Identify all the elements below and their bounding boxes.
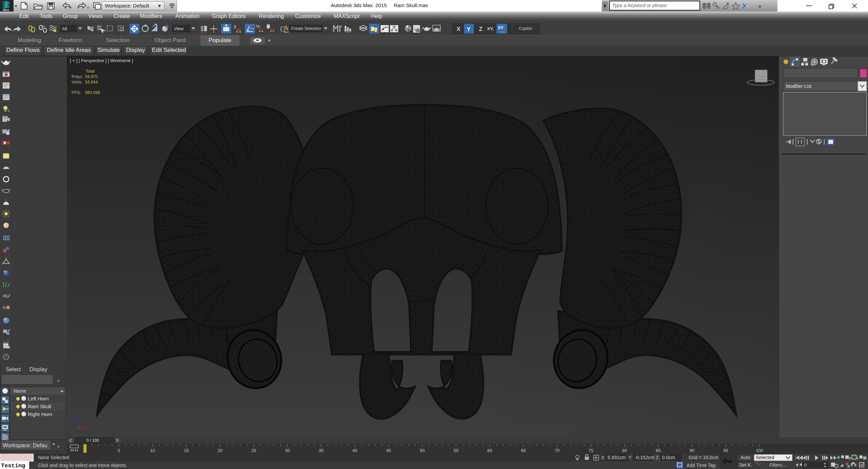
svg-text:XY: XY	[498, 25, 503, 30]
svg-text:MAX: MAX	[3, 8, 9, 12]
svg-text:»: »	[57, 377, 60, 383]
svg-text:5: 5	[118, 448, 120, 453]
svg-text:Y: Y	[467, 26, 471, 33]
svg-text:Copitor: Copitor	[519, 26, 532, 31]
svg-text:Selected: Selected	[756, 455, 774, 460]
svg-text:X:: X:	[601, 455, 605, 460]
svg-text:0: 0	[84, 448, 86, 453]
svg-text:80: 80	[622, 448, 627, 453]
svg-text:Left Horn: Left Horn	[28, 396, 49, 401]
svg-text:[ + ] [ Perspective ] [ Wirefr: [ + ] [ Perspective ] [ Wireframe ]	[70, 58, 133, 63]
svg-text:100: 100	[756, 448, 763, 453]
svg-text:%: %	[42, 25, 45, 28]
svg-text:Create Selection S: Create Selection S	[291, 26, 325, 31]
svg-text:95: 95	[723, 448, 728, 453]
svg-text:View: View	[174, 26, 184, 31]
svg-text:%: %	[256, 24, 260, 29]
svg-text:Polys:: Polys:	[72, 74, 83, 79]
svg-text:X: X	[744, 2, 749, 10]
svg-text:30: 30	[285, 448, 290, 453]
svg-text:34,844: 34,844	[85, 80, 98, 85]
svg-text:50: 50	[420, 448, 425, 453]
svg-text:?: ?	[5, 355, 7, 359]
svg-text:Auto: Auto	[740, 455, 750, 460]
svg-text:90: 90	[690, 448, 694, 453]
svg-text:Select: Select	[6, 367, 21, 372]
svg-text:20: 20	[217, 448, 222, 453]
svg-text:Modifier List: Modifier List	[786, 83, 812, 89]
svg-text:Click and drag to select and m: Click and drag to select and move object…	[38, 463, 126, 468]
svg-text:5.931cm: 5.931cm	[607, 455, 626, 460]
svg-text:0 / 100: 0 / 100	[86, 438, 99, 443]
svg-text:Workspace: Defau: Workspace: Defau	[3, 443, 47, 448]
svg-text:z: z	[75, 414, 77, 418]
svg-text:60: 60	[487, 448, 492, 453]
svg-text:75: 75	[589, 448, 593, 453]
svg-text:None Selected: None Selected	[38, 455, 69, 460]
svg-text:Filters...: Filters...	[769, 462, 786, 468]
svg-text:Name: Name	[14, 388, 26, 394]
svg-text:Z:: Z:	[656, 455, 660, 460]
svg-text:65: 65	[521, 448, 526, 453]
svg-text:10: 10	[150, 448, 155, 453]
svg-text:35: 35	[319, 448, 324, 453]
svg-text:Ram Skull: Ram Skull	[28, 404, 51, 409]
svg-text:360.088: 360.088	[85, 90, 100, 95]
svg-text:85: 85	[656, 448, 661, 453]
svg-text:70: 70	[555, 448, 559, 453]
svg-text:Add Time Tag: Add Time Tag	[687, 463, 715, 468]
svg-text:»: »	[758, 3, 761, 9]
svg-text:Y:: Y:	[628, 455, 632, 460]
svg-text:ABC: ABC	[284, 31, 289, 34]
svg-text:45: 45	[386, 448, 391, 453]
svg-text:34,970: 34,970	[85, 74, 98, 79]
svg-text:40: 40	[352, 448, 357, 453]
svg-text:Set K.: Set K.	[739, 462, 752, 468]
svg-text:55: 55	[454, 448, 458, 453]
svg-text:Verts:: Verts:	[72, 80, 82, 85]
svg-text:Testing: Testing	[1, 463, 25, 469]
svg-text:FRONT: FRONT	[757, 75, 766, 78]
svg-text:Display: Display	[30, 367, 47, 372]
svg-text:X: X	[457, 26, 461, 32]
svg-text:25: 25	[251, 448, 256, 453]
svg-text:15: 15	[184, 448, 189, 453]
svg-text:FPS:: FPS:	[72, 90, 81, 95]
svg-text:All: All	[62, 26, 67, 31]
svg-text:XY,: XY,	[487, 26, 494, 31]
svg-text:Right Horn: Right Horn	[28, 411, 52, 417]
svg-text:Z: Z	[479, 26, 482, 32]
svg-text:0: 0	[804, 463, 807, 468]
svg-text:HF: HF	[3, 294, 8, 298]
svg-text:Grid = 10.0cm: Grid = 10.0cm	[689, 455, 718, 460]
svg-text:0x: 0x	[3, 306, 6, 309]
svg-text:0.0cm: 0.0cm	[662, 455, 675, 460]
svg-text:-0.152cm: -0.152cm	[635, 455, 654, 460]
svg-text:»: »	[57, 443, 60, 449]
svg-text:x: x	[87, 428, 89, 432]
svg-text:Total: Total	[85, 69, 94, 74]
svg-text:3: 3	[233, 24, 236, 30]
